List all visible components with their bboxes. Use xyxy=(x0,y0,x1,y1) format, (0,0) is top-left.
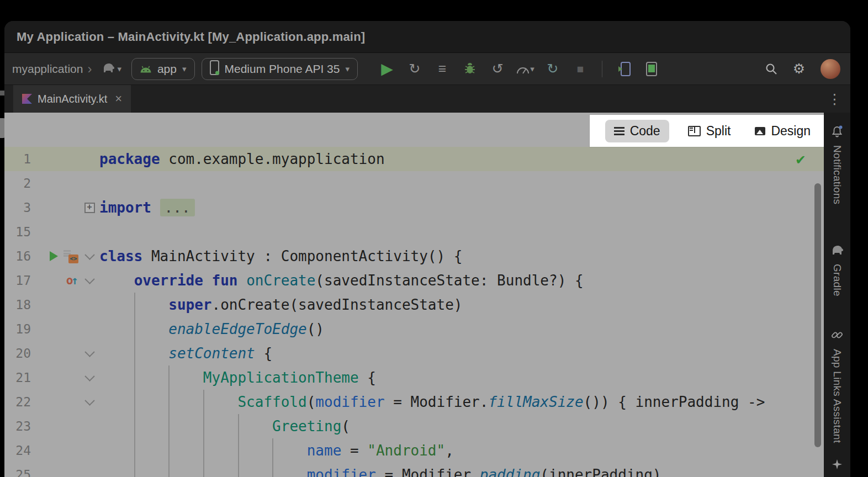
gradle-sync-button[interactable]: ▾ xyxy=(98,58,125,80)
line-number[interactable]: 15 xyxy=(4,225,31,239)
code-line-22[interactable]: 22 Scaffold(modifier = Modifier.fillMaxS… xyxy=(4,390,824,414)
code-text[interactable]: Greeting( xyxy=(95,418,350,434)
restart-activity-button[interactable]: ↻ xyxy=(404,59,425,80)
line-number[interactable]: 22 xyxy=(4,395,31,409)
run-config-select[interactable]: app ▾ xyxy=(131,58,195,80)
stripe-item-app-links-assistant[interactable]: App Links Assistant xyxy=(824,329,850,443)
code-text[interactable]: super.onCreate(savedInstanceState) xyxy=(95,296,462,313)
run-gutter-icon[interactable] xyxy=(50,251,58,261)
code-text[interactable]: modifier = Modifier.padding(innerPadding… xyxy=(95,467,661,477)
stripe-item-notifications[interactable]: Notifications xyxy=(824,125,850,204)
tab-label: MainActivity.kt xyxy=(38,93,107,105)
code-text[interactable]: name = "Android", xyxy=(95,442,454,459)
view-mode-design[interactable]: Design xyxy=(749,120,816,142)
gradle-sync-icon xyxy=(102,62,115,76)
window-titlebar[interactable]: My Application – MainActivity.kt [My_App… xyxy=(4,21,850,53)
run-button[interactable]: ▶ xyxy=(377,59,398,80)
code-icon xyxy=(614,127,624,135)
editor-area[interactable]: CodeSplitDesign 1package com.example.mya… xyxy=(4,113,824,477)
tab-mainactivity[interactable]: MainActivity.kt × xyxy=(13,85,131,113)
code-line-19[interactable]: 19 enableEdgeToEdge() xyxy=(4,317,824,341)
stripe-label: Gradle xyxy=(831,264,843,296)
code-text[interactable]: override fun onCreate(savedInstanceState… xyxy=(95,272,584,289)
tab-options-icon[interactable]: ⋮ xyxy=(828,92,841,106)
profile-restart-button[interactable]: ↻ xyxy=(542,59,563,80)
body-row: CodeSplitDesign 1package com.example.mya… xyxy=(4,113,850,477)
line-number[interactable]: 19 xyxy=(4,322,31,336)
right-tool-stripe: NotificationsGradleApp Links Assistant xyxy=(824,113,850,477)
fold-marker[interactable] xyxy=(84,277,95,284)
user-avatar[interactable] xyxy=(821,59,840,79)
dropdown-icon: ▾ xyxy=(530,65,534,73)
run-list-button[interactable]: ≡ xyxy=(432,59,453,80)
fold-marker[interactable] xyxy=(84,399,95,406)
tab-close-icon[interactable]: × xyxy=(115,93,122,105)
device-mirroring-button[interactable] xyxy=(613,59,634,80)
line-number[interactable]: 1 xyxy=(4,152,31,166)
phone-icon xyxy=(210,60,219,78)
line-number[interactable]: 16 xyxy=(4,249,31,263)
code-line-25[interactable]: 25 modifier = Modifier.padding(innerPadd… xyxy=(4,463,824,477)
chevron-right-icon: › xyxy=(87,62,92,76)
stripe-item-gradle[interactable]: Gradle xyxy=(824,244,850,296)
code-line-23[interactable]: 23 Greeting( xyxy=(4,414,824,438)
code-line-18[interactable]: 18 super.onCreate(savedInstanceState) xyxy=(4,293,824,317)
fold-chevron-icon xyxy=(84,347,94,357)
line-number[interactable]: 20 xyxy=(4,346,31,361)
settings-button[interactable]: ⚙ xyxy=(788,59,809,80)
fold-marker[interactable] xyxy=(84,253,95,260)
assistant-icon xyxy=(831,329,843,343)
fold-chevron-icon xyxy=(84,250,94,259)
line-number[interactable]: 18 xyxy=(4,298,31,312)
gutter-icons xyxy=(31,250,84,263)
code-line-24[interactable]: 24 name = "Android", xyxy=(4,438,824,463)
line-number[interactable]: 17 xyxy=(4,273,31,288)
stop-button[interactable]: ■ xyxy=(570,59,591,80)
code-line-2[interactable]: 2 xyxy=(4,171,824,195)
code-line-3[interactable]: 3import ... xyxy=(4,195,824,220)
activity-gutter-icon[interactable] xyxy=(63,250,78,263)
code-line-16[interactable]: 16class MainActivity : ComponentActivity… xyxy=(4,244,824,268)
code-text[interactable]: package com.example.myapplication xyxy=(95,151,385,167)
view-mode-code[interactable]: Code xyxy=(605,120,669,142)
device-select[interactable]: Medium Phone API 35 ▾ xyxy=(202,58,358,80)
line-number[interactable]: 23 xyxy=(4,419,31,433)
apply-code-changes-button[interactable]: ↺ xyxy=(487,59,508,80)
code-text[interactable]: Scaffold(modifier = Modifier.fillMaxSize… xyxy=(95,394,765,410)
kotlin-file-icon xyxy=(22,94,32,104)
line-number[interactable]: 25 xyxy=(4,468,31,477)
line-number[interactable]: 24 xyxy=(4,443,31,458)
code-text[interactable]: class MainActivity : ComponentActivity()… xyxy=(95,248,462,264)
android-icon xyxy=(140,62,152,76)
code-lines: 1package com.example.myapplication✔23imp… xyxy=(4,147,824,477)
search-icon xyxy=(765,62,778,76)
line-number[interactable]: 2 xyxy=(4,176,31,190)
code-line-1[interactable]: 1package com.example.myapplication✔ xyxy=(4,147,824,171)
debug-button[interactable] xyxy=(459,59,480,80)
ai-assistant-icon[interactable] xyxy=(831,458,843,473)
fold-chevron-icon xyxy=(84,395,94,405)
code-text[interactable]: MyApplicationTheme { xyxy=(95,369,376,386)
code-line-17[interactable]: 17 override fun onCreate(savedInstanceSt… xyxy=(4,268,824,293)
editor-tabbar: MainActivity.kt × ⋮ xyxy=(4,85,850,113)
view-mode-split[interactable]: Split xyxy=(682,120,737,142)
code-text[interactable]: enableEdgeToEdge() xyxy=(95,321,324,337)
editor-scrollbar[interactable] xyxy=(814,183,821,447)
project-breadcrumb[interactable]: myapplication › xyxy=(12,62,92,76)
profiler-button[interactable]: ▾ xyxy=(515,59,536,80)
line-number[interactable]: 21 xyxy=(4,370,31,385)
override-gutter-icon[interactable] xyxy=(66,274,78,287)
search-button[interactable] xyxy=(761,59,782,80)
code-text[interactable]: import ... xyxy=(95,199,195,216)
code-line-15[interactable]: 15 xyxy=(4,220,824,244)
inspection-ok-icon[interactable]: ✔ xyxy=(796,150,805,167)
code-line-20[interactable]: 20 setContent { xyxy=(4,341,824,365)
fold-marker[interactable] xyxy=(84,203,95,213)
line-number[interactable]: 3 xyxy=(4,200,31,215)
running-devices-button[interactable] xyxy=(641,59,662,80)
code-line-21[interactable]: 21 MyApplicationTheme { xyxy=(4,365,824,390)
code-text[interactable]: setContent { xyxy=(95,345,272,362)
fold-marker[interactable] xyxy=(84,350,95,357)
main-toolbar: myapplication › ▾ app ▾ Medium Phone API… xyxy=(4,53,850,85)
fold-marker[interactable] xyxy=(84,374,95,381)
